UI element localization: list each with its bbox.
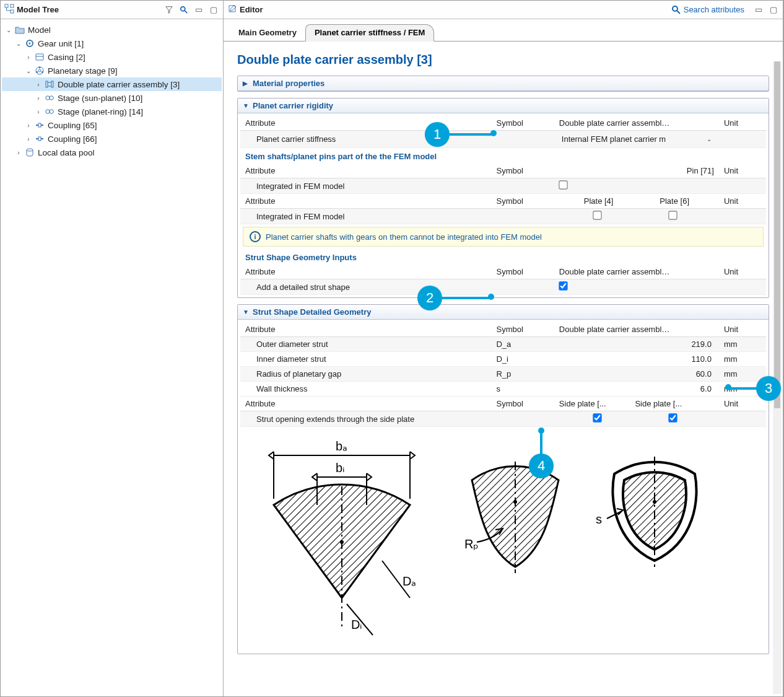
tab-main-geometry[interactable]: Main Geometry [230, 25, 305, 41]
folder-icon [14, 24, 25, 35]
gear-pair-icon [44, 92, 55, 103]
annotation-2: 2 [417, 286, 442, 310]
svg-rect-0 [5, 4, 8, 7]
subheader-stem-shafts: Stem shafts/planet pins part of the the … [240, 148, 766, 164]
svg-point-50 [653, 500, 656, 504]
expand-toggle[interactable]: › [34, 95, 43, 102]
section-material-properties: ▶ Material properties [237, 76, 769, 92]
tree-minimize-icon[interactable]: ▭ [193, 4, 204, 15]
caret-down-icon: ▼ [243, 102, 250, 109]
section-header-material[interactable]: ▶ Material properties [238, 76, 769, 91]
rigidity-table-pins: Attribute Symbol Pin [71] Unit Integrate… [240, 164, 766, 224]
tree-maximize-icon[interactable]: ▢ [208, 4, 219, 15]
svg-point-29 [673, 6, 677, 11]
svg-point-13 [36, 71, 38, 73]
expand-toggle[interactable]: › [14, 149, 23, 156]
checkbox-side-plate-1[interactable] [593, 413, 601, 422]
row-add-detailed-strut: Add a detailed strut shape [240, 279, 766, 295]
annotation-4-dot [538, 427, 544, 434]
tree-node-casing[interactable]: › Casing [2] [2, 50, 222, 64]
tree-node-gear-unit[interactable]: ⌄ Gear unit [1] [2, 37, 222, 50]
expand-toggle[interactable]: › [24, 54, 33, 61]
casing-icon [34, 51, 45, 63]
svg-text:Dᵢ: Dᵢ [351, 618, 362, 631]
rigidity-table-1: Attribute Symbol Double plate carrier as… [240, 116, 766, 148]
row-planet-carrier-stiffness: Planet carrier stiffness Internal FEM pl… [240, 131, 766, 148]
row-inner-dia: Inner diameter strut D_i 110.0 mm [240, 352, 766, 367]
row-integrated-plates: Integrated in FEM model [240, 209, 766, 224]
input-wall-thickness[interactable]: 6.0 [554, 382, 719, 397]
rigidity-table-strut-input: Attribute Symbol Double plate carrier as… [240, 265, 766, 295]
editor-title: Editor [240, 5, 263, 14]
expand-toggle[interactable]: › [24, 136, 33, 142]
tree-node-coupling-66[interactable]: › Coupling [66] [2, 132, 222, 146]
expand-toggle[interactable]: › [24, 122, 33, 129]
svg-text:Rₚ: Rₚ [464, 537, 479, 551]
diagram-strut-s: s [596, 443, 713, 573]
tree-node-planetary-stage[interactable]: ⌄ Planetary stage [9] [2, 64, 222, 77]
page-title: Double plate carrier assembly [3] [237, 53, 769, 67]
tree-node-coupling-65[interactable]: › Coupling [65] [2, 118, 222, 132]
editor-minimize-icon[interactable]: ▭ [753, 4, 764, 15]
row-radius-gap: Radius of planetary gap R_p 60.0 mm [240, 367, 766, 382]
tree-search-icon[interactable] [178, 4, 189, 15]
strut-diagram: bₐ bᵢ Dₐ [243, 431, 764, 647]
annotation-4-line [540, 432, 542, 455]
diagram-strut-top: bₐ bᵢ Dₐ [249, 443, 435, 641]
input-inner-dia[interactable]: 110.0 [554, 352, 719, 367]
svg-text:bᵢ: bᵢ [336, 461, 345, 475]
model-tree-panel: Model Tree ▭ ▢ ⌄ Model ⌄ Gear unit [1] › [1, 1, 224, 696]
svg-rect-23 [38, 123, 41, 127]
svg-text:Dₐ: Dₐ [403, 574, 416, 588]
editor-icon [227, 4, 237, 15]
annotation-3-dot [725, 384, 731, 390]
expand-toggle[interactable]: ⌄ [4, 27, 13, 33]
svg-point-10 [38, 69, 41, 72]
caret-down-icon: ▼ [243, 309, 250, 315]
svg-point-19 [50, 96, 53, 100]
tree-node-model[interactable]: ⌄ Model [2, 23, 222, 37]
annotation-1: 1 [425, 122, 450, 147]
tree-node-stage-planet-ring[interactable]: › Stage (planet-ring) [14] [2, 105, 222, 118]
svg-rect-1 [11, 4, 14, 7]
annotation-2-line [442, 297, 490, 299]
svg-point-6 [29, 43, 31, 45]
input-outer-dia[interactable]: 219.0 [554, 337, 719, 352]
model-tree-title: Model Tree [17, 5, 59, 14]
tab-carrier-stiffness-fem[interactable]: Planet carrier stiffness / FEM [305, 24, 434, 42]
svg-point-18 [46, 96, 50, 100]
diagram-strut-rp: Rₚ [460, 443, 571, 579]
checkbox-pin-integrated[interactable] [559, 180, 567, 189]
svg-point-28 [27, 149, 33, 151]
coupling-icon [34, 133, 45, 144]
gear-pair-icon [44, 106, 55, 117]
tree-node-stage-sun-planet[interactable]: › Stage (sun-planet) [10] [2, 91, 222, 105]
select-carrier-stiffness[interactable]: Internal FEM planet carrier m ⌄ [559, 133, 714, 145]
section-header-rigidity[interactable]: ▼ Planet carrier rigidity [238, 99, 769, 113]
annotation-1-line [450, 133, 493, 136]
tree-filter-icon[interactable] [163, 4, 175, 15]
annotation-2-dot [488, 294, 494, 300]
checkbox-plate4-integrated[interactable] [593, 211, 601, 219]
checkbox-plate6-integrated[interactable] [668, 211, 677, 219]
editor-body[interactable]: Double plate carrier assembly [3] ▶ Mate… [224, 42, 783, 696]
planetary-icon [34, 65, 45, 76]
svg-point-20 [46, 110, 50, 113]
expand-toggle[interactable]: › [34, 108, 43, 115]
col-unit: Unit [719, 116, 766, 131]
section-strut-detailed: ▼ Strut Shape Detailed Geometry Attribut… [237, 304, 769, 654]
model-tree[interactable]: ⌄ Model ⌄ Gear unit [1] › Casing [2] ⌄ [1, 19, 223, 696]
search-attributes[interactable]: Search attributes [671, 5, 744, 15]
checkbox-add-strut-shape[interactable] [559, 281, 567, 290]
checkbox-side-plate-2[interactable] [668, 413, 677, 422]
svg-point-11 [39, 67, 41, 69]
section-header-strut-detailed[interactable]: ▼ Strut Shape Detailed Geometry [238, 305, 769, 320]
editor-maximize-icon[interactable]: ▢ [768, 4, 779, 15]
row-wall-thickness: Wall thickness s 6.0 mm [240, 382, 766, 397]
expand-toggle[interactable]: ⌄ [24, 68, 33, 74]
expand-toggle[interactable]: › [34, 81, 43, 88]
expand-toggle[interactable]: ⌄ [14, 40, 23, 47]
input-radius-gap[interactable]: 60.0 [554, 367, 719, 382]
tree-node-double-plate-carrier[interactable]: › Double plate carrier assembly [3] [2, 77, 222, 91]
tree-node-local-data-pool[interactable]: › Local data pool [2, 146, 222, 159]
